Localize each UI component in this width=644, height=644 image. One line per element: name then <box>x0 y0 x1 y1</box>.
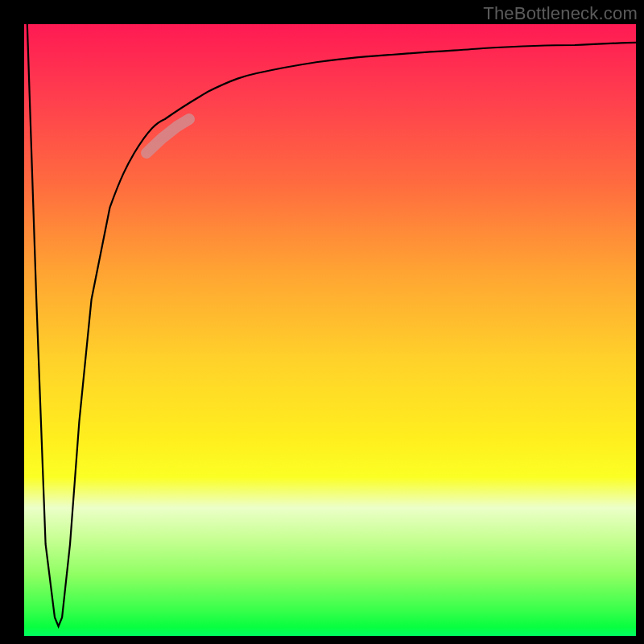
watermark-text: TheBottleneck.com <box>483 3 638 24</box>
curve-layer <box>24 24 636 636</box>
bottleneck-curve <box>27 24 636 626</box>
highlight-segment <box>147 119 189 153</box>
plot-area <box>24 24 636 636</box>
chart-frame: TheBottleneck.com <box>0 0 644 644</box>
